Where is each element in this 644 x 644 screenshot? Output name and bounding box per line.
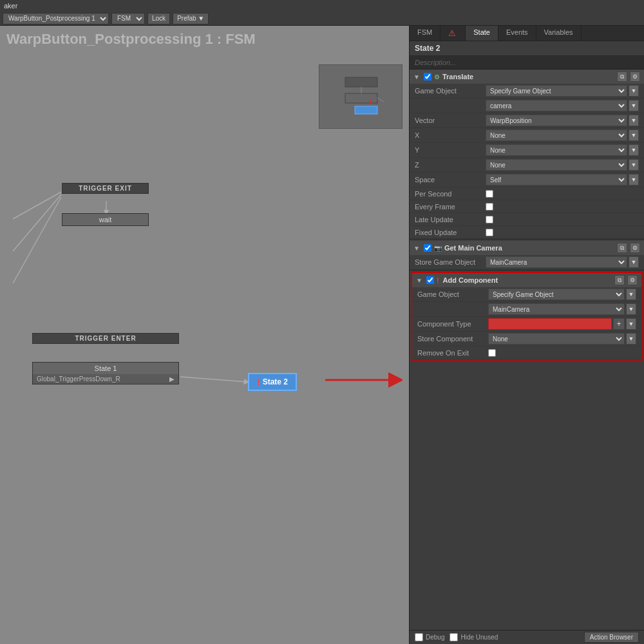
translate-vector-menu-btn[interactable]: ▼: [629, 115, 639, 126]
wait-node[interactable]: wait: [62, 213, 149, 226]
addcomponent-storecomponent-value: None ▼: [488, 333, 636, 345]
translate-lateupdate-value: [486, 216, 639, 223]
addcomponent-removeonexit-value: [488, 349, 636, 357]
addcomponent-collapse-icon: ▼: [416, 277, 422, 284]
debug-checkbox[interactable]: [415, 633, 423, 641]
translate-space-row: Space Self ▼: [410, 173, 644, 187]
transition-label: Global_TriggerPressDown_R: [37, 375, 120, 383]
translate-gameobject-value: Specify Game Object ▼: [486, 85, 639, 97]
translate-everyframe-value: [486, 203, 639, 211]
tab-variables[interactable]: Variables: [536, 26, 582, 41]
transition-arrow: ▶: [169, 375, 175, 383]
getmaincamera-store-label: Store Game Object: [415, 258, 486, 266]
translate-camera-value: camera ▼: [486, 100, 639, 111]
translate-persecond-label: Per Second: [415, 190, 486, 198]
translate-copy-btn[interactable]: ⧉: [617, 71, 627, 82]
translate-persecond-row: Per Second: [410, 187, 644, 200]
translate-gameobject-menu-btn[interactable]: ▼: [629, 85, 639, 97]
translate-z-menu-btn[interactable]: ▼: [629, 159, 639, 171]
thumbnail-area: [319, 64, 402, 129]
svg-rect-6: [370, 100, 372, 103]
addcomponent-componenttype-row: Component Type + ▼: [412, 317, 641, 332]
tab-fsm[interactable]: FSM: [410, 26, 440, 41]
getmaincamera-action-header[interactable]: ▼ 📷 Get Main Camera ⧉ ⚙: [410, 241, 644, 255]
gameobject-dropdown[interactable]: WarpButton_Postprocessing 1: [3, 13, 109, 24]
translate-fixedupdate-label: Fixed Update: [415, 229, 486, 236]
addcomponent-componenttype-add-btn[interactable]: +: [613, 318, 625, 330]
wait-body: wait: [62, 214, 148, 225]
translate-z-value: None ▼: [486, 159, 639, 171]
getmaincamera-enabled-checkbox[interactable]: [424, 244, 431, 252]
translate-z-row: Z None ▼: [410, 158, 644, 173]
tab-events[interactable]: Events: [498, 26, 536, 41]
trigger-enter-node[interactable]: TRIGGER ENTER: [32, 333, 179, 344]
translate-x-menu-btn[interactable]: ▼: [629, 129, 639, 141]
translate-vector-row: Vector WarpBposition ▼: [410, 113, 644, 128]
addcomponent-gameobject-menu-btn[interactable]: ▼: [626, 289, 636, 300]
addcomponent-title: Add Component: [443, 276, 612, 284]
getmaincamera-store-menu-btn[interactable]: ▼: [629, 256, 639, 268]
getmaincamera-copy-btn[interactable]: ⧉: [617, 243, 627, 253]
fsm-dropdown[interactable]: FSM: [111, 13, 145, 24]
addcomponent-enabled-checkbox[interactable]: [426, 276, 434, 284]
hide-unused-checkbox[interactable]: [450, 633, 458, 641]
lock-button[interactable]: Lock: [147, 13, 170, 24]
translate-fixedupdate-checkbox[interactable]: [486, 229, 493, 236]
addcomponent-componenttype-input[interactable]: [488, 318, 612, 330]
fsm-canvas[interactable]: WarpButton_Postprocessing 1 : FSM: [0, 26, 409, 644]
trigger-enter-header: TRIGGER ENTER: [33, 334, 178, 343]
state-description[interactable]: Description...: [410, 56, 644, 70]
getmaincamera-store-value: MainCamera ▼: [486, 256, 639, 268]
addcomponent-storecomponent-row: Store Component None ▼: [412, 332, 641, 346]
translate-y-dropdown[interactable]: None: [486, 144, 627, 156]
translate-z-dropdown[interactable]: None: [486, 159, 627, 171]
translate-gameobject-dropdown[interactable]: Specify Game Object: [486, 85, 627, 97]
addcomponent-gameobject-dropdown[interactable]: Specify Game Object: [488, 289, 625, 300]
translate-camera-menu-btn[interactable]: ▼: [629, 100, 639, 111]
translate-enabled-checkbox[interactable]: [424, 73, 431, 80]
translate-everyframe-checkbox[interactable]: [486, 203, 493, 211]
translate-action-header[interactable]: ▼ ⚙ Translate ⧉ ⚙: [410, 70, 644, 84]
addcomponent-removeonexit-checkbox[interactable]: [488, 349, 496, 357]
getmaincamera-settings-btn[interactable]: ⚙: [630, 243, 640, 253]
addcomponent-maincamera-menu-btn[interactable]: ▼: [626, 303, 636, 315]
getmaincamera-type-icon: 📷: [434, 245, 442, 252]
addcomponent-maincamera-dropdown[interactable]: MainCamera: [488, 303, 625, 315]
panel-scroll[interactable]: ▼ ⚙ Translate ⧉ ⚙ Game Object Specify Ga…: [410, 70, 644, 630]
addcomponent-maincamera-row: MainCamera ▼: [412, 302, 641, 317]
translate-persecond-checkbox[interactable]: [486, 190, 493, 198]
translate-lateupdate-checkbox[interactable]: [486, 216, 493, 223]
addcomponent-storecomponent-menu-btn[interactable]: ▼: [626, 333, 636, 345]
addcomponent-settings-btn[interactable]: ⚙: [627, 275, 638, 285]
translate-action-section: ▼ ⚙ Translate ⧉ ⚙ Game Object Specify Ga…: [410, 70, 644, 240]
addcomponent-copy-btn[interactable]: ⧉: [614, 275, 625, 285]
getmaincamera-action-section: ▼ 📷 Get Main Camera ⧉ ⚙ Store Game Objec…: [410, 241, 644, 270]
state1-node[interactable]: State 1 Global_TriggerPressDown_R ▶: [32, 362, 179, 384]
prefab-button[interactable]: Prefab ▼: [173, 13, 209, 24]
translate-lateupdate-label: Late Update: [415, 216, 486, 223]
addcomponent-storecomponent-dropdown[interactable]: None: [488, 333, 625, 345]
tab-state[interactable]: State: [466, 26, 498, 41]
addcomponent-error-icon: !: [437, 276, 439, 285]
addcomponent-removeonexit-row: Remove On Exit: [412, 346, 641, 359]
translate-vector-dropdown[interactable]: WarpBposition: [486, 115, 627, 126]
svg-line-5: [377, 98, 384, 102]
red-arrow-indicator: [325, 367, 402, 394]
trigger-exit-node[interactable]: TRIGGER EXIT: [62, 183, 149, 194]
getmaincamera-store-dropdown[interactable]: MainCamera: [486, 256, 627, 268]
translate-everyframe-row: Every Frame: [410, 200, 644, 213]
translate-x-label: X: [415, 131, 486, 139]
fsm-title: WarpButton_Postprocessing 1 : FSM: [0, 26, 409, 53]
translate-y-menu-btn[interactable]: ▼: [629, 144, 639, 156]
translate-settings-btn[interactable]: ⚙: [630, 71, 640, 82]
translate-space-menu-btn[interactable]: ▼: [629, 174, 639, 185]
state2-label: State 2: [263, 377, 288, 386]
addcomponent-componenttype-menu-btn[interactable]: ▼: [626, 318, 636, 330]
translate-space-dropdown[interactable]: Self: [486, 174, 627, 185]
translate-x-dropdown[interactable]: None: [486, 129, 627, 141]
translate-camera-dropdown[interactable]: camera: [486, 100, 627, 111]
action-browser-button[interactable]: Action Browser: [584, 632, 639, 643]
addcomponent-action-header[interactable]: ▼ ! Add Component ⧉ ⚙: [412, 273, 641, 287]
state2-node[interactable]: ! State 2: [248, 373, 297, 391]
translate-y-row: Y None ▼: [410, 143, 644, 158]
